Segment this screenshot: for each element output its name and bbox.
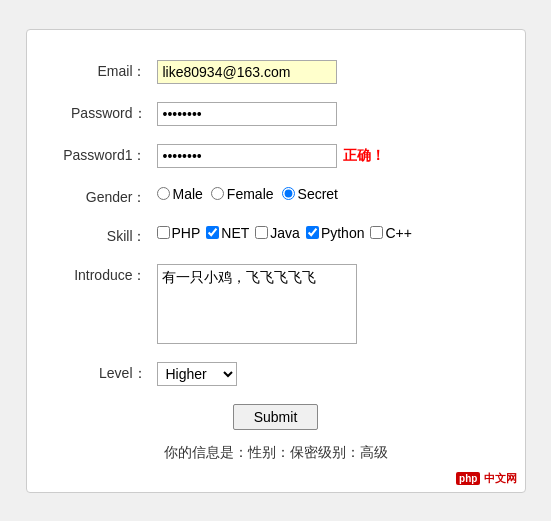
password1-row: Password1： 正确！ <box>47 144 505 168</box>
level-field-group: Higher Lower Medium <box>157 362 505 386</box>
password1-input[interactable] <box>157 144 337 168</box>
gender-female-radio[interactable] <box>211 187 224 200</box>
introduce-textarea[interactable]: 有一只小鸡，飞飞飞飞飞 <box>157 264 357 344</box>
correct-text: 正确！ <box>343 147 385 165</box>
php-badge-text: php <box>456 472 480 485</box>
gender-male-radio[interactable] <box>157 187 170 200</box>
result-text: 你的信息是：性别：保密级别：高级 <box>47 444 505 462</box>
submit-button[interactable]: Submit <box>233 404 319 430</box>
password-row: Password： <box>47 102 505 126</box>
skill-java-label[interactable]: Java <box>255 225 300 241</box>
skill-php-label[interactable]: PHP <box>157 225 201 241</box>
gender-male-text: Male <box>173 186 203 202</box>
skill-net-label[interactable]: NET <box>206 225 249 241</box>
skill-python-label[interactable]: Python <box>306 225 365 241</box>
gender-secret-text: Secret <box>298 186 338 202</box>
email-input[interactable] <box>157 60 337 84</box>
submit-row: Submit <box>47 404 505 430</box>
skill-php-checkbox[interactable] <box>157 226 170 239</box>
skill-net-text: NET <box>221 225 249 241</box>
password-label: Password： <box>47 102 157 123</box>
skill-cpp-checkbox[interactable] <box>370 226 383 239</box>
gender-female-text: Female <box>227 186 274 202</box>
email-label: Email： <box>47 60 157 81</box>
skill-php-text: PHP <box>172 225 201 241</box>
introduce-field-group: 有一只小鸡，飞飞飞飞飞 <box>157 264 505 344</box>
php-badge-suffix: 中文网 <box>484 472 517 484</box>
gender-row: Gender： Male Female Secret <box>47 186 505 207</box>
email-row: Email： <box>47 60 505 84</box>
password1-label: Password1： <box>47 144 157 165</box>
skill-net-checkbox[interactable] <box>206 226 219 239</box>
skill-python-checkbox[interactable] <box>306 226 319 239</box>
form-container: Email： Password： Password1： 正确！ Gender： … <box>26 29 526 493</box>
skill-java-text: Java <box>270 225 300 241</box>
gender-secret-radio[interactable] <box>282 187 295 200</box>
introduce-label: Introduce： <box>47 264 157 285</box>
password-input[interactable] <box>157 102 337 126</box>
skill-row: Skill： PHP NET Java Python C++ <box>47 225 505 246</box>
gender-secret-label[interactable]: Secret <box>282 186 338 202</box>
skill-java-checkbox[interactable] <box>255 226 268 239</box>
level-select[interactable]: Higher Lower Medium <box>157 362 237 386</box>
php-badge: php 中文网 <box>456 471 516 486</box>
email-field-group <box>157 60 505 84</box>
gender-label: Gender： <box>47 186 157 207</box>
skill-field-group: PHP NET Java Python C++ <box>157 225 505 241</box>
gender-female-label[interactable]: Female <box>211 186 274 202</box>
password-field-group <box>157 102 505 126</box>
skill-cpp-text: C++ <box>385 225 411 241</box>
gender-field-group: Male Female Secret <box>157 186 505 202</box>
password1-field-group: 正确！ <box>157 144 505 168</box>
skill-python-text: Python <box>321 225 365 241</box>
introduce-row: Introduce： 有一只小鸡，飞飞飞飞飞 <box>47 264 505 344</box>
level-label: Level： <box>47 362 157 383</box>
skill-cpp-label[interactable]: C++ <box>370 225 411 241</box>
gender-male-label[interactable]: Male <box>157 186 203 202</box>
level-row: Level： Higher Lower Medium <box>47 362 505 386</box>
skill-label: Skill： <box>47 225 157 246</box>
